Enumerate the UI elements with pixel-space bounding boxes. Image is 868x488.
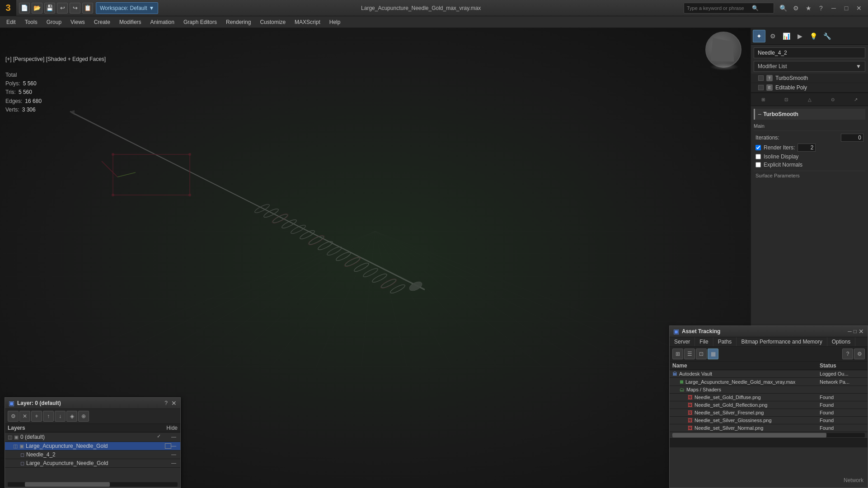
menu-animation[interactable]: Animation [146, 18, 179, 26]
asset-row-png3[interactable]: 🖼 Needle_set_Silver_Fresnel.png Found [670, 409, 868, 417]
menu-rendering[interactable]: Rendering [221, 18, 255, 26]
layer-row-needle42[interactable]: ◻ Needle_4_2 — [5, 451, 180, 459]
menu-maxscript[interactable]: MAXScript [290, 18, 325, 26]
modifier-list-dropdown[interactable]: Modifier List ▼ [754, 61, 865, 72]
star-icon[interactable]: ★ [803, 3, 814, 14]
asset-tool-help[interactable]: ? [842, 349, 853, 359]
asset-minimize-button[interactable]: ─ [848, 328, 852, 335]
asset-menu-paths[interactable]: Paths [713, 337, 737, 346]
asset-panel-header[interactable]: ▣ Asset Tracking ─ □ ✕ [670, 326, 868, 337]
open-button[interactable]: 📂 [32, 3, 42, 14]
asset-scrollbar[interactable] [672, 433, 865, 437]
panel-tab-5[interactable]: ↗ [845, 94, 867, 105]
modifier-editable-poly[interactable]: E Editable Poly [751, 83, 868, 93]
menu-customize[interactable]: Customize [255, 18, 290, 26]
asset-row-vault[interactable]: 🏛 Autodesk Vault Logged Ou... [670, 370, 868, 378]
asset-row-maps[interactable]: 🗂 Maps / Shaders [670, 386, 868, 394]
search-icon[interactable]: 🔍 [752, 5, 759, 11]
asset-maximize-button[interactable]: □ [854, 328, 857, 335]
maximize-icon[interactable]: □ [841, 3, 852, 14]
close-icon[interactable]: ✕ [854, 3, 864, 14]
layer-help-button[interactable]: ? [164, 400, 168, 406]
asset-menu-file[interactable]: File [695, 337, 713, 346]
object-name-field[interactable]: Needle_4_2 [754, 47, 865, 58]
asset-row-png1[interactable]: 🖼 Needle_set_Gold_Diffuse.png Found [670, 394, 868, 401]
layer-panel-header[interactable]: ▣ Layer: 0 (default) ? ✕ [5, 398, 180, 409]
search-input[interactable] [687, 5, 750, 11]
panel-icon-modify[interactable]: ⚙ [766, 30, 779, 42]
cube-navigator[interactable] [705, 32, 746, 72]
layer-scrollbar[interactable] [8, 482, 178, 487]
panel-icon-motion[interactable]: ▶ [793, 30, 806, 42]
search-bar[interactable]: 🔍 [684, 3, 774, 14]
panel-icon-create[interactable]: ✦ [753, 30, 765, 42]
settings-icon[interactable]: ⚙ [790, 3, 801, 14]
modifier-vis-icon-2[interactable] [758, 85, 764, 90]
layer-tool-merge[interactable]: ⊕ [78, 411, 89, 422]
layer-tool-add[interactable]: + [31, 411, 42, 422]
asset-row-png2[interactable]: 🖼 Needle_set_Gold_Reflection.png Found [670, 401, 868, 409]
section-header-turbosmooth[interactable]: − TurboSmooth [754, 109, 865, 120]
new-button[interactable]: 📄 [19, 3, 30, 14]
asset-tool-1[interactable]: ⊞ [672, 349, 683, 359]
asset-icon-max: ◼ [680, 379, 684, 385]
layer-tool-move-down[interactable]: ↓ [55, 411, 66, 422]
asset-menu-server[interactable]: Server [670, 337, 695, 346]
render-iters-input[interactable] [798, 144, 816, 152]
menu-views[interactable]: Views [66, 18, 89, 26]
asset-row-png5[interactable]: 🖼 Needle_set_Silver_Normal.png Found [670, 424, 868, 432]
search-extended-icon[interactable]: 🔍 [778, 3, 788, 14]
modifier-vis-icon[interactable] [758, 75, 764, 81]
layer-row-default[interactable]: ◫ ▣ 0 (default) ✓ — [5, 432, 180, 442]
menu-group[interactable]: Group [42, 18, 66, 26]
explicit-normals-checkbox[interactable] [755, 162, 761, 167]
workspace-selector[interactable]: Workspace: Default ▼ [96, 2, 158, 14]
layer-row-needle-gold-obj[interactable]: ◻ Large_Acupuncture_Needle_Gold — [5, 459, 180, 468]
render-iters-checkbox[interactable] [755, 145, 761, 150]
layer-tool-settings[interactable]: ⚙ [8, 411, 19, 422]
asset-menu-bitmap[interactable]: Bitmap Performance and Memory [737, 337, 827, 346]
asset-tool-settings[interactable]: ⚙ [854, 349, 865, 359]
undo-button[interactable]: ↩ [57, 3, 68, 14]
menu-help[interactable]: Help [325, 18, 345, 26]
asset-close-button[interactable]: ✕ [859, 328, 864, 335]
layer-type-icon-0: ▣ [14, 434, 19, 440]
asset-row-maxfile[interactable]: ◼ Large_Acupuncture_Needle_Gold_max_vray… [670, 378, 868, 386]
iterations-input[interactable] [841, 134, 863, 142]
layer-close-button[interactable]: ✕ [171, 400, 177, 407]
layer-panel-icon: ▣ [9, 400, 14, 407]
help-icon[interactable]: ? [816, 3, 826, 14]
menu-edit[interactable]: Edit [2, 18, 20, 26]
layer-tool-select[interactable]: ◈ [66, 411, 77, 422]
minimize-icon[interactable]: ─ [828, 3, 839, 14]
panel-tab-3[interactable]: △ [798, 94, 821, 105]
cube-visual[interactable] [705, 32, 741, 68]
asset-row-png4[interactable]: 🖼 Needle_set_Silver_Glossiness.png Found [670, 417, 868, 424]
redo-button[interactable]: ↪ [70, 3, 80, 14]
panel-icon-utilities[interactable]: 🔧 [821, 30, 833, 42]
asset-icon-png3: 🖼 [688, 410, 693, 415]
toolbar-left: 📄 📂 💾 ↩ ↪ 📋 [16, 3, 96, 14]
save-button[interactable]: 💾 [44, 3, 55, 14]
panel-tab-2[interactable]: ⊡ [775, 94, 798, 105]
asset-tool-2[interactable]: ☰ [684, 349, 695, 359]
panel-icon-display[interactable]: 💡 [807, 30, 820, 42]
menu-create[interactable]: Create [89, 18, 115, 26]
asset-tool-4[interactable]: ▦ [708, 349, 718, 359]
asset-menu-options[interactable]: Options [827, 337, 855, 346]
layer-row-needle-gold[interactable]: ◫ ▣ Large_Acupuncture_Needle_Gold — [5, 442, 180, 451]
menu-modifiers[interactable]: Modifiers [115, 18, 146, 26]
panel-icon-hierarchy[interactable]: 📊 [780, 30, 793, 42]
network-label: Network [844, 477, 863, 483]
layer-tool-delete[interactable]: ✕ [19, 411, 30, 422]
panel-tab-1[interactable]: ⊞ [752, 94, 774, 105]
render-button[interactable]: 📋 [82, 3, 93, 14]
menu-graph-editors[interactable]: Graph Editors [179, 18, 221, 26]
file-title: Large_Acupuncture_Needle_Gold_max_vray.m… [361, 5, 481, 11]
menu-tools[interactable]: Tools [20, 18, 42, 26]
panel-tab-4[interactable]: ⊙ [821, 94, 844, 105]
modifier-turbosmooth[interactable]: T TurboSmooth [751, 74, 868, 83]
asset-tool-3[interactable]: ⊡ [696, 349, 707, 359]
isoline-checkbox[interactable] [755, 154, 761, 159]
layer-tool-move-up[interactable]: ↑ [43, 411, 54, 422]
